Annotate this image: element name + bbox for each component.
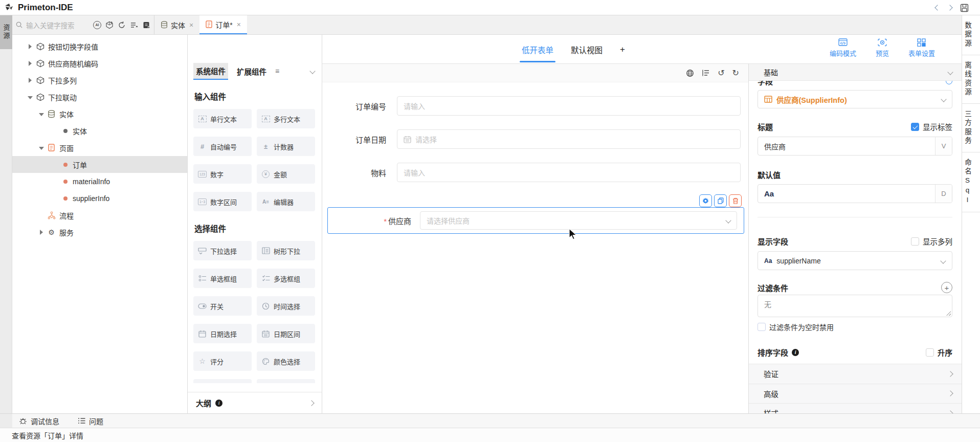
tree-item-dropdown-linkage[interactable]: 下拉联动: [12, 89, 187, 105]
ascending-checkbox-row[interactable]: 升序: [926, 347, 952, 358]
tree-item-supplier-random[interactable]: 供应商随机编码: [12, 55, 187, 72]
tree-item-process[interactable]: 流程: [12, 207, 187, 224]
component-time-picker[interactable]: 时间选择: [257, 296, 315, 316]
component-radio-group[interactable]: 单选框组: [193, 269, 252, 288]
tree-item-entity-group[interactable]: 实体: [12, 105, 187, 122]
form-field-supplier-selected[interactable]: *供应商 请选择供应商: [327, 207, 744, 234]
component-textarea[interactable]: A多行文本: [257, 109, 315, 128]
variable-toggle-button[interactable]: V: [935, 137, 952, 155]
tree-item-services[interactable]: ⚙ 服务: [12, 224, 187, 240]
component-counter[interactable]: ±计数器: [257, 137, 315, 156]
checkbox-unchecked-icon[interactable]: [926, 348, 934, 357]
tree-item-button-toggle[interactable]: 按钮切换字段值: [12, 38, 187, 55]
debug-info-tab[interactable]: 调试信息: [19, 416, 59, 426]
filter-disable-checkbox-row[interactable]: 过滤条件为空时禁用: [758, 322, 952, 332]
text-input[interactable]: 请输入: [397, 163, 741, 182]
view-tab-lowcode-form[interactable]: 低开表单: [522, 35, 553, 64]
collapse-arrow-icon[interactable]: [39, 112, 44, 117]
tree-item-dropdown-multicol[interactable]: 下拉多列: [12, 72, 187, 89]
section-validation[interactable]: 验证: [749, 364, 962, 384]
component-auto-number[interactable]: #自动编号: [193, 137, 252, 156]
text-input[interactable]: 请输入: [397, 96, 741, 116]
checkbox-checked-icon[interactable]: [911, 123, 919, 131]
component-number[interactable]: 123数字: [193, 164, 252, 184]
tree-item-supplierinfo[interactable]: supplierInfo: [12, 190, 187, 207]
outline-tree-icon[interactable]: [702, 69, 710, 77]
resources-strip-tab[interactable]: 资源: [0, 15, 12, 49]
sort-list-icon[interactable]: [130, 21, 138, 29]
outline-section[interactable]: 大纲 i: [188, 392, 322, 413]
tab-entity-close-icon[interactable]: ×: [189, 21, 193, 29]
strip-tab-datasource[interactable]: 数据源: [962, 15, 980, 55]
problems-tab[interactable]: 问题: [78, 416, 103, 426]
field-settings-button[interactable]: [699, 194, 712, 207]
component-date-picker[interactable]: 日期选择: [193, 324, 252, 343]
copy-field-button[interactable]: [714, 194, 727, 207]
tree-item-entity[interactable]: 实体: [12, 122, 187, 139]
redo-icon[interactable]: ↻: [732, 68, 739, 78]
form-field-order-number[interactable]: 订单编号 请输入: [322, 96, 748, 116]
component-tree-select[interactable]: 树形下拉: [257, 241, 315, 260]
tab-entity[interactable]: 实体 ×: [154, 15, 199, 34]
export-doc-icon[interactable]: [142, 21, 151, 29]
component-clipped[interactable]: [257, 379, 315, 383]
form-field-material[interactable]: 物料 请输入: [322, 163, 748, 182]
date-input[interactable]: 请选择: [397, 129, 741, 149]
tab-order[interactable]: 订单* ×: [199, 15, 247, 34]
field-bind-select[interactable]: 供应商(SupplierInfo): [758, 90, 952, 108]
nav-back-icon[interactable]: [934, 5, 940, 10]
refresh-icon[interactable]: [118, 21, 126, 29]
multi-column-checkbox-row[interactable]: 显示多列: [911, 236, 952, 247]
component-date-range[interactable]: 日期区间: [257, 324, 315, 343]
tree-item-order[interactable]: 订单: [12, 156, 187, 173]
form-field-order-date[interactable]: 订单日期 请选择: [322, 129, 748, 149]
show-label-checkbox-row[interactable]: 显示标签: [911, 121, 952, 132]
new-model-icon[interactable]: [105, 21, 114, 29]
delete-field-button[interactable]: [729, 194, 742, 207]
default-type-button[interactable]: D: [935, 185, 952, 203]
tab-order-close-icon[interactable]: ×: [237, 20, 241, 29]
collapse-arrow-icon[interactable]: [39, 145, 44, 150]
display-field-select[interactable]: Aa supplierName: [758, 251, 952, 270]
strip-tab-third-party-services[interactable]: 三方服务: [962, 104, 980, 152]
component-text-input[interactable]: A单行文本: [193, 109, 252, 128]
form-settings-button[interactable]: 表单设置: [908, 38, 935, 58]
component-number-range[interactable]: 1~3数字区间: [193, 192, 252, 211]
component-rate[interactable]: ☆评分: [193, 351, 252, 371]
properties-header[interactable]: 基础: [749, 64, 962, 81]
tab-system-components[interactable]: 系统组件: [193, 63, 228, 80]
supplier-select[interactable]: 请选择供应商: [420, 211, 737, 230]
save-icon[interactable]: [960, 4, 969, 12]
add-filter-button[interactable]: +: [941, 282, 952, 293]
component-color-picker[interactable]: 颜色选择: [257, 351, 315, 371]
component-select[interactable]: 下拉选择: [193, 241, 252, 260]
globe-icon[interactable]: [686, 69, 694, 77]
tab-extension-components[interactable]: 扩展组件: [234, 63, 269, 79]
search-input[interactable]: 输入关键字搜索: [26, 20, 93, 30]
strip-tab-offline-resources[interactable]: 离线资源: [962, 55, 980, 103]
checkbox-unchecked-icon[interactable]: [758, 323, 766, 331]
checkbox-unchecked-icon[interactable]: [911, 237, 919, 246]
component-clipped[interactable]: [193, 379, 252, 383]
title-input[interactable]: 供应商 V: [758, 137, 952, 156]
component-switch[interactable]: 开关: [193, 296, 252, 316]
collapse-panel-icon[interactable]: [309, 68, 315, 74]
section-advanced[interactable]: 高级: [749, 384, 962, 404]
nav-forward-icon[interactable]: [947, 5, 952, 10]
expand-arrow-icon[interactable]: [28, 78, 33, 83]
expand-arrow-icon[interactable]: [39, 230, 44, 235]
view-tab-default-view[interactable]: 默认视图: [571, 35, 603, 64]
expand-arrow-icon[interactable]: [28, 44, 33, 49]
code-mode-button[interactable]: 编码模式: [830, 38, 856, 58]
preview-button[interactable]: 预览: [876, 38, 889, 58]
collapse-arrow-icon[interactable]: [28, 95, 33, 100]
component-editor[interactable]: A≡编辑器: [257, 192, 315, 211]
ai-icon[interactable]: AI: [93, 21, 101, 29]
strip-tab-named-sql[interactable]: 命名Sql: [962, 152, 980, 212]
tree-item-materialinfo[interactable]: materialInfo: [12, 173, 187, 190]
tree-item-pages-group[interactable]: 页面: [12, 139, 187, 156]
undo-icon[interactable]: ↺: [718, 68, 724, 78]
filter-textarea[interactable]: 无: [758, 295, 952, 317]
component-amount[interactable]: ¥金额: [257, 164, 315, 184]
panel-menu-icon[interactable]: ≡: [275, 67, 279, 75]
